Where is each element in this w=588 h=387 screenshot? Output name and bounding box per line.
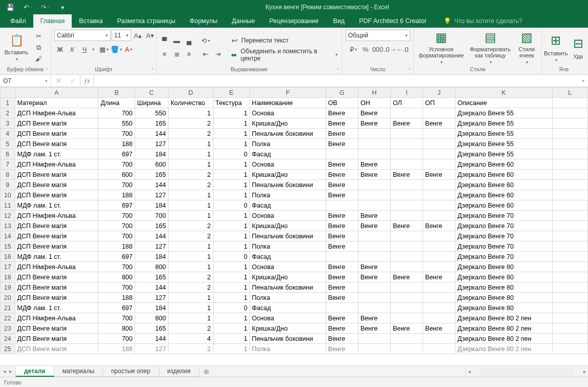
cell-A25[interactable]: ДСП Венге магія (15, 344, 98, 354)
cell-I21[interactable] (390, 303, 423, 313)
cell-F4[interactable]: Пенальчик боковини (249, 129, 326, 139)
cell-A13[interactable]: ДСП Венге магія (15, 221, 98, 231)
cell-F5[interactable]: Полка (249, 139, 326, 149)
cell-J13[interactable]: Венге (423, 221, 455, 231)
cell-A5[interactable]: ДСП Венге магія (15, 139, 98, 149)
cell-D6[interactable]: 1 (168, 149, 213, 159)
cell-A4[interactable]: ДСП Венге магія (15, 129, 98, 139)
dialog-launcher-icon[interactable]: ▫ (46, 66, 48, 71)
cell-F7[interactable]: Основа (249, 159, 326, 170)
cell-D19[interactable]: 2 (168, 282, 213, 293)
cell-A20[interactable]: ДСП Венге магія (15, 293, 98, 303)
cell-C19[interactable]: 144 (135, 282, 168, 293)
cell-K25[interactable]: Дзеркало Венге 80 2 пен (455, 344, 552, 354)
worksheet-grid[interactable]: ABCDEFGHIJKL1МатериалДлинаШиринаКоличест… (0, 87, 588, 365)
cell-C5[interactable]: 127 (135, 139, 168, 149)
cell-D8[interactable]: 2 (168, 170, 213, 180)
cell-B21[interactable]: 697 (98, 303, 135, 313)
row-header-10[interactable]: 10 (1, 190, 15, 200)
cell-D20[interactable]: 1 (168, 293, 213, 303)
row-header-13[interactable]: 13 (1, 221, 15, 231)
font-size-select[interactable]: 11▾ (112, 30, 131, 41)
cell-D2[interactable]: 1 (168, 108, 213, 118)
cell-A24[interactable]: ДСП Венге магія (15, 334, 98, 344)
column-header-D[interactable]: D (168, 88, 213, 98)
cell-D9[interactable]: 2 (168, 180, 213, 190)
cell-C7[interactable]: 600 (135, 159, 168, 170)
cell-H1[interactable]: ОН (358, 98, 390, 108)
cell-B12[interactable]: 700 (98, 211, 135, 221)
sheet-tab-simple-ops[interactable]: простые опер (103, 366, 159, 377)
cell-A16[interactable]: МДФ лам. 1 ст. (15, 252, 98, 262)
align-center-button[interactable]: ≣ (171, 49, 182, 59)
cell-G5[interactable]: Венге (326, 139, 358, 149)
cell-C20[interactable]: 127 (135, 293, 168, 303)
cell-B17[interactable]: 700 (98, 262, 135, 272)
row-header-16[interactable]: 16 (1, 252, 15, 262)
cell-F11[interactable]: Фасад (249, 200, 326, 211)
cell-E10[interactable]: 1 (213, 190, 249, 200)
cell-J5[interactable] (423, 139, 455, 149)
cell-F8[interactable]: Кришка/Дно (249, 170, 326, 180)
cell-E23[interactable]: 1 (213, 323, 249, 334)
qat-save-button[interactable]: 💾 (3, 2, 17, 12)
row-header-17[interactable]: 17 (1, 262, 15, 272)
cell-J20[interactable] (423, 293, 455, 303)
cell-E25[interactable]: 1 (213, 344, 249, 354)
cell-G10[interactable]: Венге (326, 190, 358, 200)
cell-C3[interactable]: 165 (135, 118, 168, 129)
cell-C9[interactable]: 144 (135, 180, 168, 190)
cell-D18[interactable]: 2 (168, 272, 213, 282)
cell-G17[interactable]: Венге (326, 262, 358, 272)
cell-K16[interactable]: Дзеркало Венге 70 (455, 252, 552, 262)
column-header-F[interactable]: F (249, 88, 326, 98)
cell-K4[interactable]: Дзеркало Венге 55 (455, 129, 552, 139)
cell-A7[interactable]: ДСП Німфея-Альва (15, 159, 98, 170)
cell-G25[interactable]: Венге (326, 344, 358, 354)
cell-B11[interactable]: 697 (98, 200, 135, 211)
cell-H4[interactable] (358, 129, 390, 139)
name-box[interactable]: O7 ▾ (0, 75, 51, 87)
cell-L9[interactable] (552, 180, 587, 190)
cell-L1[interactable] (552, 98, 587, 108)
cell-G2[interactable]: Венге (326, 108, 358, 118)
cell-A12[interactable]: ДСП Німфея-Альва (15, 211, 98, 221)
row-header-21[interactable]: 21 (1, 303, 15, 313)
orientation-button[interactable]: ⟲▾ (200, 36, 211, 46)
cell-G22[interactable]: Венге (326, 313, 358, 323)
cell-L17[interactable] (552, 262, 587, 272)
qat-customize-button[interactable]: ▾ (55, 2, 70, 12)
fx-icon[interactable]: ƒx (80, 75, 94, 87)
cell-K11[interactable]: Дзеркало Венге 60 (455, 200, 552, 211)
tab-review[interactable]: Рецензирование (262, 14, 326, 28)
cell-B5[interactable]: 188 (98, 139, 135, 149)
cell-C16[interactable]: 184 (135, 252, 168, 262)
cell-E2[interactable]: 1 (213, 108, 249, 118)
cell-A3[interactable]: ДСП Венге магія (15, 118, 98, 129)
cell-A8[interactable]: ДСП Венге магія (15, 170, 98, 180)
cell-L22[interactable] (552, 313, 587, 323)
cell-C15[interactable]: 127 (135, 241, 168, 252)
cell-B9[interactable]: 700 (98, 180, 135, 190)
cell-H8[interactable]: Венге (358, 170, 390, 180)
align-top-button[interactable]: ▀ (159, 36, 170, 46)
cell-I6[interactable] (390, 149, 423, 159)
cell-D23[interactable]: 2 (168, 323, 213, 334)
cell-G14[interactable]: Венге (326, 231, 358, 241)
row-header-11[interactable]: 11 (1, 200, 15, 211)
cell-C6[interactable]: 184 (135, 149, 168, 159)
cell-L3[interactable] (552, 118, 587, 129)
cell-C13[interactable]: 165 (135, 221, 168, 231)
horizontal-scrollbar[interactable]: ◂▸ (465, 366, 588, 377)
cell-B15[interactable]: 188 (98, 241, 135, 252)
cell-J12[interactable] (423, 211, 455, 221)
cell-L24[interactable] (552, 334, 587, 344)
column-header-G[interactable]: G (326, 88, 358, 98)
cell-I12[interactable] (390, 211, 423, 221)
cell-C23[interactable]: 165 (135, 323, 168, 334)
cell-I20[interactable] (390, 293, 423, 303)
increase-font-button[interactable]: A▴ (132, 30, 143, 40)
cell-H2[interactable]: Венге (358, 108, 390, 118)
cell-H14[interactable] (358, 231, 390, 241)
cell-I3[interactable]: Венге (390, 118, 423, 129)
